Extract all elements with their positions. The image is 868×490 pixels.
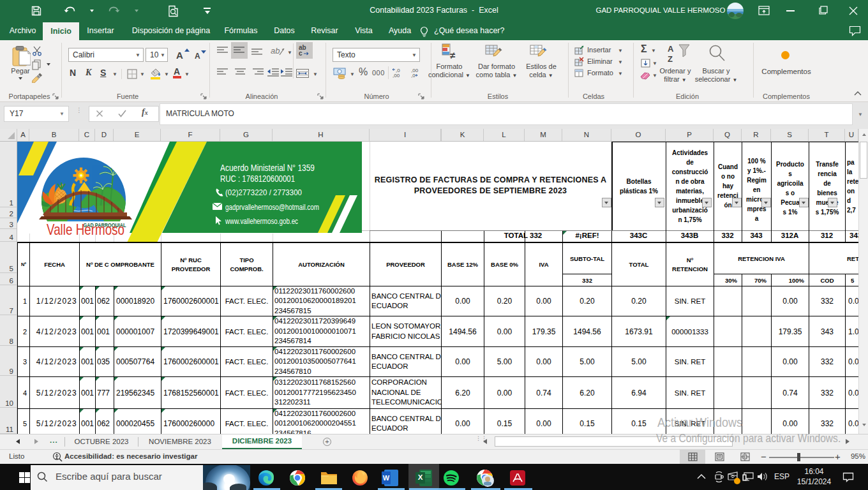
svg-text:≠: ≠ xyxy=(450,50,456,60)
svg-text:c: c xyxy=(299,50,303,57)
svg-text:www.vallehermoso.gob.ec: www.vallehermoso.gob.ec xyxy=(225,217,298,226)
svg-text:Acuerdo Ministerial N° 1359: Acuerdo Ministerial N° 1359 xyxy=(220,163,315,173)
svg-text:(02)2773220 / 2773300: (02)2773220 / 2773300 xyxy=(225,188,302,197)
svg-text:gadprvallehermoso@hotmail.com: gadprvallehermoso@hotmail.com xyxy=(225,203,319,212)
svg-text:ab: ab xyxy=(271,46,280,56)
svg-text:Z: Z xyxy=(668,54,673,64)
svg-text:A: A xyxy=(668,44,674,54)
svg-text:Valle Hermoso: Valle Hermoso xyxy=(47,221,124,238)
svg-text:,00: ,00 xyxy=(393,73,400,78)
svg-text:RUC : 1768120600001: RUC : 1768120600001 xyxy=(220,174,295,184)
